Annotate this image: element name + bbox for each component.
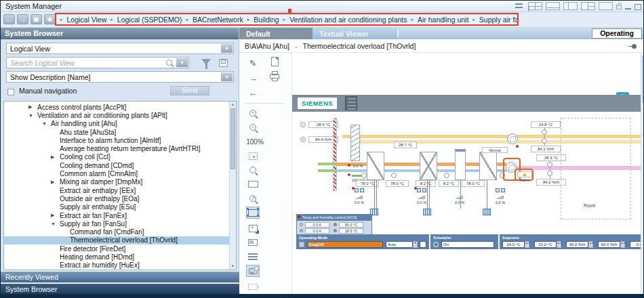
recently-viewed-bar[interactable]: Recently Viewed bbox=[1, 271, 239, 282]
humidifier-unit[interactable] bbox=[455, 149, 466, 180]
heating-coil-unit[interactable] bbox=[420, 152, 437, 180]
tree-item[interactable]: Heating demand [HDmd] bbox=[4, 253, 229, 261]
extract-humidity-value[interactable]: 84.1 %rh bbox=[531, 146, 561, 152]
tree-item[interactable]: Interface to alarm function [AlmItf] bbox=[4, 136, 229, 144]
stepper-buttons[interactable]: ▲▼ bbox=[525, 241, 529, 248]
back-button[interactable]: ← bbox=[3, 14, 15, 24]
add-pane-icon[interactable] bbox=[246, 222, 260, 234]
tab-default[interactable]: Default bbox=[239, 28, 313, 39]
tree-item[interactable]: Extract air enthalpy [EEx] bbox=[4, 186, 229, 194]
chevron-down-icon[interactable]: ▼ bbox=[221, 72, 233, 81]
chevron-down-icon[interactable]: ▼ bbox=[413, 241, 418, 248]
xcs-value[interactable]: 50.0 °C bbox=[339, 222, 363, 228]
air-damper[interactable] bbox=[350, 125, 360, 161]
description-dropdown[interactable]: Show Description [Name] ▼ bbox=[6, 71, 234, 83]
valve-icon[interactable] bbox=[360, 188, 364, 192]
zoom-level[interactable]: 100% bbox=[245, 135, 265, 148]
xcs-panel-title[interactable]: Temp and humidity control [XCS] bbox=[297, 215, 371, 221]
valve-icon[interactable] bbox=[417, 188, 421, 192]
zoom-out-icon[interactable]: − bbox=[246, 121, 260, 133]
history-button[interactable]: ▣ bbox=[31, 14, 42, 24]
gauge-value[interactable]: 0.0 % bbox=[496, 200, 505, 205]
pin-icon[interactable] bbox=[628, 45, 637, 48]
system-browser-bar[interactable]: System Browser bbox=[1, 283, 239, 294]
tree-item[interactable]: ▶ Extract air fan [FanEx] bbox=[4, 211, 229, 219]
xcs-value[interactable]: 0.0 K bbox=[305, 228, 329, 234]
tree-item[interactable]: ▼ Supply air fan [FanSu] bbox=[4, 219, 229, 228]
expander-icon[interactable]: ▶ bbox=[51, 154, 60, 160]
tree-item[interactable]: Average heating return temperature [Avrt… bbox=[4, 144, 229, 152]
mid-temp-value[interactable]: 28.7 °C bbox=[394, 142, 417, 148]
manual-navigation-checkbox[interactable] bbox=[7, 89, 14, 95]
hx-value[interactable]: 8.2 °C bbox=[416, 180, 436, 187]
view-dropdown[interactable]: Logical View ▼ bbox=[6, 43, 234, 54]
layout-quad-icon[interactable] bbox=[528, 2, 542, 10]
tree-item[interactable]: Common alarm [CmnAlm] bbox=[4, 169, 229, 177]
extract-temp-value[interactable]: 24.8 °C bbox=[531, 121, 561, 128]
object-path[interactable]: B\A\Ahu [Ahu] bbox=[245, 42, 289, 50]
scroll-up-icon[interactable]: ▲ bbox=[230, 102, 236, 108]
frame-view-icon[interactable] bbox=[246, 236, 260, 249]
hx-value[interactable]: 78.0 °C bbox=[356, 180, 379, 187]
tree-item[interactable]: ▶ Mixing air damper [DmpMx] bbox=[4, 178, 229, 186]
setpoint-value[interactable]: 60.0 %rh bbox=[598, 241, 620, 248]
scroll-down-icon[interactable]: ▼ bbox=[230, 263, 236, 270]
breadcrumb-link[interactable]: BACnetNetwork bbox=[193, 16, 243, 24]
new-page-icon[interactable] bbox=[268, 56, 281, 68]
tree-item[interactable]: Ahu state [AhuSta] bbox=[4, 128, 229, 136]
tab-textual-viewer[interactable]: Textual Viewer bbox=[313, 28, 397, 39]
valve-icon[interactable] bbox=[501, 188, 505, 192]
stepper-buttons[interactable]: ▲▼ bbox=[557, 241, 561, 248]
tree-item[interactable]: Command fan [CmdFan] bbox=[4, 228, 229, 236]
hx-value[interactable]: 8.2 °C bbox=[439, 180, 459, 187]
back-step-icon[interactable]: ← bbox=[246, 87, 260, 99]
layout-mixed-icon[interactable] bbox=[581, 2, 595, 10]
favorites-star-button[interactable]: ★ bbox=[44, 14, 56, 24]
expander-icon[interactable]: ▼ bbox=[28, 113, 37, 118]
breadcrumb-link[interactable]: Logical View bbox=[67, 16, 107, 24]
setpoint-value[interactable]: 21.0 °C bbox=[534, 241, 557, 248]
viewport-icon[interactable] bbox=[246, 178, 260, 190]
breadcrumb-link[interactable]: Logical (SSPDEMO) bbox=[117, 16, 182, 24]
zoom-region-icon[interactable]: ↗ bbox=[246, 192, 260, 205]
damper-position-value[interactable]: 0.0 % bbox=[353, 164, 363, 168]
pen-tool-icon[interactable]: ✎ bbox=[246, 57, 260, 69]
tree-item[interactable]: ▶ Access control plants [AccPlt] bbox=[4, 103, 229, 111]
fit-to-view-icon[interactable] bbox=[246, 150, 260, 162]
extract-fan[interactable] bbox=[507, 133, 518, 144]
tree-item[interactable]: Supply air enthalpy [ESu] bbox=[4, 203, 229, 211]
expander-icon[interactable]: ▶ bbox=[51, 213, 60, 218]
expander-icon[interactable]: ▼ bbox=[51, 221, 60, 226]
print-icon[interactable] bbox=[268, 70, 281, 83]
heat-recovery-unit[interactable] bbox=[367, 152, 384, 180]
filter-icon[interactable] bbox=[201, 59, 211, 65]
zoom-in-icon[interactable]: + bbox=[246, 107, 260, 119]
tree-scrollbar[interactable]: ▲ ▼ bbox=[229, 102, 236, 270]
lock-icon[interactable] bbox=[616, 5, 622, 9]
collapse-ribbon-icon[interactable] bbox=[514, 2, 525, 10]
search-input[interactable]: Search Logical View ▼ bbox=[6, 57, 189, 68]
tree-item[interactable]: Cooling demand [CDmd] bbox=[4, 161, 229, 169]
valve-icon[interactable] bbox=[496, 188, 500, 192]
expander-icon[interactable]: ▼ bbox=[42, 121, 51, 126]
send-button[interactable]: Send bbox=[170, 86, 209, 95]
selection-frame-icon[interactable] bbox=[246, 207, 260, 219]
apply-mode-button[interactable] bbox=[420, 241, 426, 248]
tree-item[interactable]: ▼ Ventilation and air conditioning plant… bbox=[4, 111, 229, 119]
setpoint-value[interactable]: 40.0 %rh bbox=[566, 241, 588, 248]
setpoint-value[interactable]: 0.0 K bbox=[630, 241, 641, 248]
layout-bottom-split-icon[interactable] bbox=[546, 2, 560, 10]
hx-value[interactable]: 78.0 °C bbox=[462, 180, 485, 187]
canvas-scrollbar[interactable] bbox=[641, 53, 644, 294]
tree-item[interactable]: Thermoelectrical overload [ThOvrld] bbox=[4, 236, 229, 244]
breadcrumb-link[interactable]: Building bbox=[254, 16, 279, 24]
operating-button[interactable]: Operating bbox=[592, 28, 642, 39]
cooling-coil-unit[interactable] bbox=[479, 152, 497, 180]
breadcrumb-link[interactable]: Ventilation and air conditioning plants bbox=[289, 16, 407, 24]
forward-step-icon[interactable]: → bbox=[246, 72, 260, 84]
expander-icon[interactable]: ▶ bbox=[28, 104, 37, 110]
minimize-icon[interactable] bbox=[625, 8, 631, 9]
save-search-icon[interactable] bbox=[219, 59, 228, 67]
extract-fan-state[interactable]: Normal bbox=[482, 147, 508, 153]
layout-left-split-icon[interactable] bbox=[563, 2, 578, 10]
